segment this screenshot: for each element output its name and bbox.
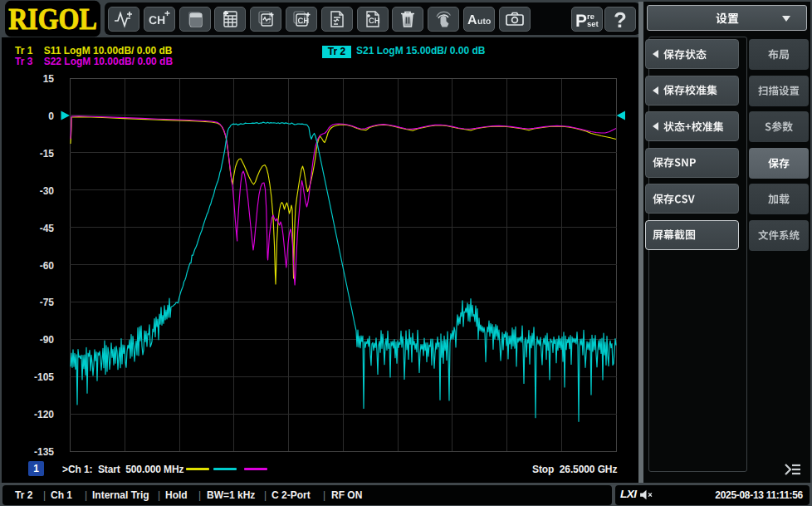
svg-text:-30: -30	[40, 185, 55, 197]
svg-text:-90: -90	[40, 334, 55, 346]
svg-text:-75: -75	[40, 297, 55, 308]
svg-text:-60: -60	[40, 260, 55, 272]
svg-text:-15: -15	[40, 148, 55, 160]
svg-text:-120: -120	[34, 409, 54, 420]
svg-text:-105: -105	[34, 371, 54, 383]
svg-text:0: 0	[48, 111, 54, 122]
svg-text:-45: -45	[40, 223, 55, 234]
svg-text:15: 15	[43, 73, 55, 85]
